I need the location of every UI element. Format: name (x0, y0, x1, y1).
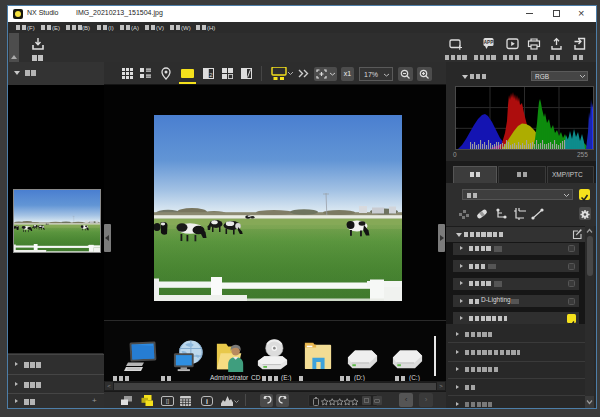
svg-text:APP: APP (484, 40, 493, 45)
